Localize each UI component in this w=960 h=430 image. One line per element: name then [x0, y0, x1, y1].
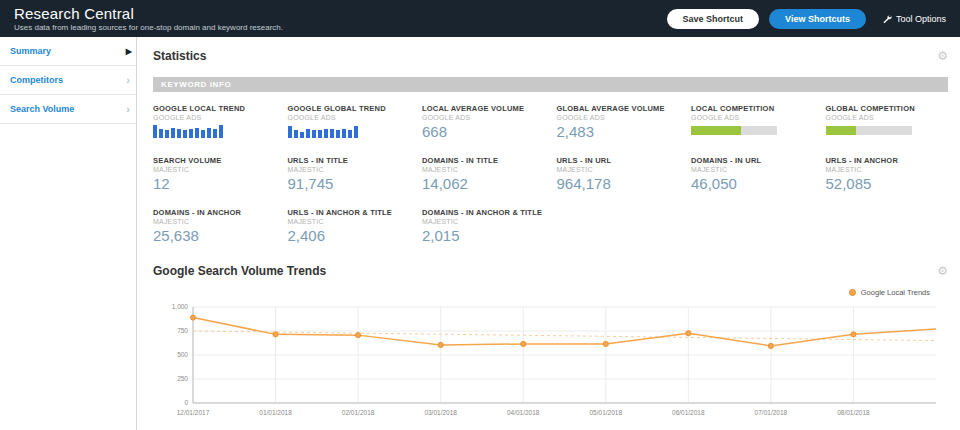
stat-urls-in-anchor: URLS - IN ANCHORMAJESTIC52,085 [826, 156, 949, 192]
stat-label: GOOGLE LOCAL TREND [153, 104, 276, 113]
trend-bar [306, 129, 310, 138]
statistics-settings-icon[interactable]: ⚙ [937, 50, 948, 62]
competition-progress-fill [826, 126, 857, 135]
x-tick-label: 07/01/2018 [755, 409, 788, 416]
trend-bar [219, 125, 223, 138]
stat-google-local-trend: GOOGLE LOCAL TRENDGOOGLE ADS [153, 104, 276, 140]
data-point [603, 341, 608, 346]
sidebar-item-label: Search Volume [10, 104, 74, 114]
sidebar-item-label: Competitors [10, 75, 63, 85]
stat-value: 964,178 [557, 175, 680, 192]
stat-global-competition: GLOBAL COMPETITIONGOOGLE ADS [826, 104, 949, 140]
data-point [438, 342, 443, 347]
trend-mini-bar-chart [288, 125, 411, 138]
trend-bar [201, 130, 205, 138]
trend-bar [177, 129, 181, 138]
stat-label: URLS - IN ANCHOR & TITLE [288, 208, 411, 217]
trend-bar [312, 130, 316, 138]
y-tick-label: 0 [184, 399, 188, 406]
stat-value: 52,085 [826, 175, 949, 192]
stat-label: URLS - IN ANCHOR [826, 156, 949, 165]
competition-progress-fill [691, 126, 741, 135]
y-tick-label: 1,000 [172, 303, 189, 310]
trend-bar [318, 130, 322, 138]
chart-title: Google Search Volume Trends [153, 264, 326, 278]
stats-grid: GOOGLE LOCAL TRENDGOOGLE ADSGOOGLE GLOBA… [153, 104, 948, 244]
trend-bar [207, 128, 211, 138]
stat-source: MAJESTIC [153, 218, 276, 225]
stat-label: DOMAINS - IN ANCHOR [153, 208, 276, 217]
sidebar: Summary▶Competitors›Search Volume› [0, 37, 137, 430]
stat-urls-in-title: URLS - IN TITLEMAJESTIC91,745 [288, 156, 411, 192]
sidebar-item-search-volume[interactable]: Search Volume› [0, 95, 136, 124]
data-point [686, 331, 691, 336]
tool-options-link[interactable]: Tool Options [882, 14, 946, 24]
save-shortcut-button[interactable]: Save Shortcut [667, 9, 760, 29]
stat-value: 14,062 [422, 175, 545, 192]
stat-label: DOMAINS - IN TITLE [422, 156, 545, 165]
main-layout: Summary▶Competitors›Search Volume› Stati… [0, 37, 960, 430]
stat-local-average-volume: LOCAL AVERAGE VOLUMEGOOGLE ADS668 [422, 104, 545, 140]
stat-domains-in-url: DOMAINS - IN URLMAJESTIC46,050 [691, 156, 814, 192]
legend-item-google-local-trends[interactable]: Google Local Trends [153, 288, 930, 297]
x-tick-label: 12/01/2017 [177, 409, 210, 416]
stat-source: MAJESTIC [826, 166, 949, 173]
stat-source: GOOGLE ADS [557, 114, 680, 121]
page-subtitle: Uses data from leading sources for one-s… [14, 23, 283, 32]
stat-value: 91,745 [288, 175, 411, 192]
stat-domains-in-anchor: DOMAINS - IN ANCHORMAJESTIC25,638 [153, 208, 276, 244]
stat-search-volume: SEARCH VOLUMEMAJESTIC12 [153, 156, 276, 192]
stat-global-average-volume: GLOBAL AVERAGE VOLUMEGOOGLE ADS2,483 [557, 104, 680, 140]
content-area: Statistics ⚙ KEYWORD INFO GOOGLE LOCAL T… [137, 37, 960, 430]
trend-bar [213, 129, 217, 138]
y-tick-label: 500 [177, 351, 188, 358]
stat-value: 668 [422, 123, 545, 140]
stat-label: GLOBAL COMPETITION [826, 104, 949, 113]
stat-source: MAJESTIC [422, 166, 545, 173]
data-point [851, 332, 856, 337]
stat-source: GOOGLE ADS [288, 114, 411, 121]
stat-label: URLS - IN TITLE [288, 156, 411, 165]
trend-bar [300, 132, 304, 139]
x-tick-label: 02/01/2018 [342, 409, 375, 416]
trend-dashed-line [193, 331, 936, 341]
stat-label: DOMAINS - IN URL [691, 156, 814, 165]
stat-google-global-trend: GOOGLE GLOBAL TRENDGOOGLE ADS [288, 104, 411, 140]
stat-source: MAJESTIC [557, 166, 680, 173]
legend-label: Google Local Trends [861, 288, 930, 297]
trend-bar [336, 130, 340, 138]
trend-bar [324, 129, 328, 138]
x-tick-label: 06/01/2018 [672, 409, 705, 416]
stat-value: 2,483 [557, 123, 680, 140]
stat-label: SEARCH VOLUME [153, 156, 276, 165]
stat-source: MAJESTIC [288, 166, 411, 173]
sidebar-item-label: Summary [10, 46, 51, 56]
statistics-title: Statistics [153, 49, 206, 63]
stat-label: URLS - IN URL [557, 156, 680, 165]
x-tick-label: 04/01/2018 [507, 409, 540, 416]
series-line-google-local-trends [193, 318, 936, 346]
stat-label: LOCAL AVERAGE VOLUME [422, 104, 545, 113]
sidebar-item-summary[interactable]: Summary▶ [0, 37, 136, 66]
chart-header: Google Search Volume Trends ⚙ [153, 264, 948, 278]
stat-source: GOOGLE ADS [153, 114, 276, 121]
trend-bar [342, 129, 346, 138]
page-title: Research Central [14, 5, 283, 22]
data-point [521, 341, 526, 346]
trend-bar [354, 126, 358, 138]
trend-bar [294, 130, 298, 138]
keyword-info-band: KEYWORD INFO [153, 77, 948, 92]
stat-label: LOCAL COMPETITION [691, 104, 814, 113]
chart-settings-icon[interactable]: ⚙ [937, 265, 948, 277]
stat-label: GOOGLE GLOBAL TREND [288, 104, 411, 113]
header-actions: Save Shortcut View Shortcuts Tool Option… [667, 9, 946, 29]
active-arrow-icon: ▶ [122, 47, 136, 56]
view-shortcuts-button[interactable]: View Shortcuts [769, 9, 866, 29]
wrench-icon [882, 14, 892, 24]
x-tick-label: 01/01/2018 [259, 409, 292, 416]
trend-bar [165, 130, 169, 138]
stat-source: GOOGLE ADS [422, 114, 545, 121]
data-point [768, 343, 773, 348]
sidebar-item-competitors[interactable]: Competitors› [0, 66, 136, 95]
line-chart: 02505007501,00012/01/201701/01/201802/01… [153, 299, 948, 430]
